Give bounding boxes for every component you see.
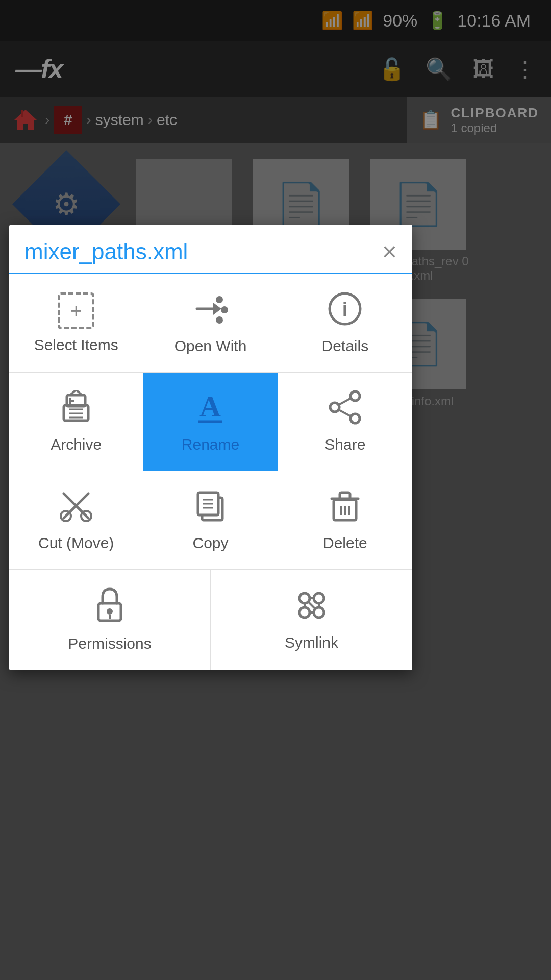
- svg-text:A: A: [200, 390, 221, 423]
- svg-point-6: [216, 316, 223, 324]
- open-with-icon: [193, 291, 228, 330]
- svg-point-43: [299, 593, 310, 603]
- rename-button[interactable]: A Rename: [143, 373, 278, 471]
- permissions-icon: [94, 587, 125, 628]
- permissions-label: Permissions: [68, 635, 151, 652]
- svg-point-45: [299, 607, 310, 618]
- cut-label: Cut (Move): [38, 534, 114, 552]
- archive-icon: [59, 390, 93, 429]
- bottom-action-grid: Permissions Symlink: [9, 570, 412, 670]
- svg-line-24: [339, 410, 351, 416]
- share-label: Share: [324, 436, 365, 453]
- copy-label: Copy: [192, 534, 228, 552]
- cut-icon: [59, 488, 93, 527]
- close-button[interactable]: ×: [382, 239, 397, 264]
- delete-icon: [328, 488, 362, 527]
- svg-point-20: [350, 391, 360, 401]
- copy-button[interactable]: Copy: [143, 471, 278, 570]
- delete-label: Delete: [323, 534, 367, 552]
- details-label: Details: [321, 337, 368, 355]
- symlink-button[interactable]: Symlink: [211, 570, 412, 670]
- open-with-label: Open With: [174, 337, 247, 355]
- open-with-button[interactable]: Open With: [143, 274, 278, 373]
- svg-marker-3: [213, 303, 221, 315]
- select-items-icon: +: [58, 292, 94, 329]
- svg-point-21: [330, 403, 339, 412]
- select-items-label: Select Items: [34, 336, 118, 354]
- symlink-label: Symlink: [285, 634, 338, 651]
- share-icon: [328, 390, 362, 429]
- details-button[interactable]: i Details: [278, 274, 412, 373]
- dialog-title: mixer_paths.xml: [24, 239, 188, 264]
- svg-point-41: [107, 608, 113, 615]
- details-icon: i: [328, 291, 362, 330]
- cut-button[interactable]: Cut (Move): [9, 471, 143, 570]
- archive-label: Archive: [51, 436, 102, 453]
- permissions-button[interactable]: Permissions: [9, 570, 211, 670]
- rename-label: Rename: [182, 436, 239, 453]
- symlink-icon: [294, 588, 329, 627]
- svg-point-44: [314, 593, 324, 603]
- copy-icon: [193, 488, 228, 527]
- dialog-header: mixer_paths.xml ×: [9, 225, 412, 274]
- svg-point-4: [216, 296, 223, 303]
- svg-line-51: [309, 602, 315, 608]
- svg-text:i: i: [342, 299, 348, 320]
- svg-line-23: [339, 398, 351, 405]
- delete-button[interactable]: Delete: [278, 471, 412, 570]
- archive-button[interactable]: Archive: [9, 373, 143, 471]
- svg-point-46: [314, 607, 324, 618]
- svg-point-5: [221, 306, 228, 313]
- select-items-button[interactable]: + Select Items: [9, 274, 143, 373]
- action-grid: + Select Items Open With: [9, 274, 412, 570]
- share-button[interactable]: Share: [278, 373, 412, 471]
- svg-rect-36: [340, 493, 350, 500]
- rename-icon: A: [193, 390, 228, 429]
- svg-point-22: [350, 414, 360, 423]
- file-action-dialog: mixer_paths.xml × + Select Items Open: [9, 225, 412, 670]
